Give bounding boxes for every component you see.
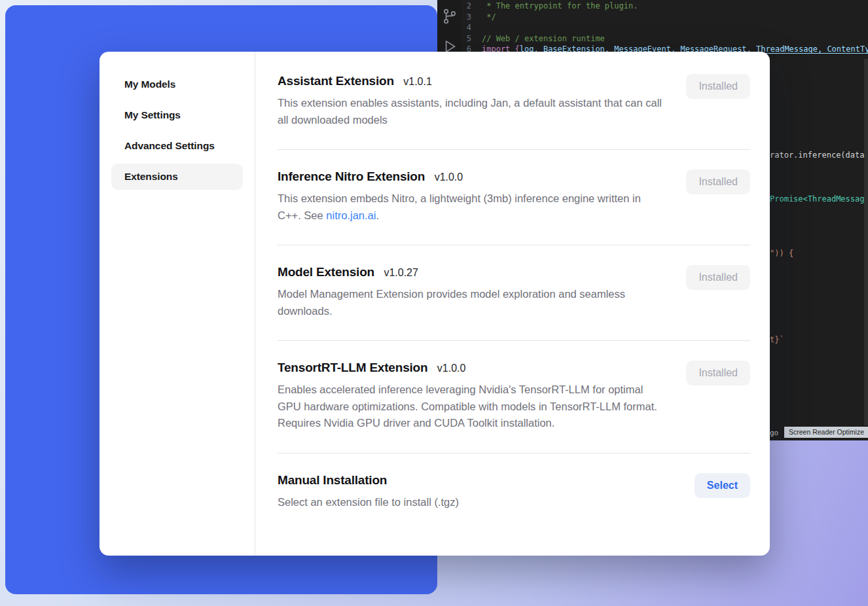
line-number: 4	[462, 22, 482, 33]
editor-scrollbar[interactable]	[864, 59, 868, 425]
code-fragment: t}`	[770, 334, 784, 345]
extension-version: v1.0.27	[384, 267, 418, 278]
extension-version: v1.0.1	[403, 76, 432, 87]
extension-version: v1.0.0	[435, 171, 463, 183]
extension-description: This extension enables assistants, inclu…	[278, 95, 664, 128]
extension-row-tensorrt: TensortRT-LLM Extension v1.0.0 Enables a…	[278, 341, 750, 454]
extension-name: Assistant Extension	[278, 74, 394, 88]
nitro-jan-ai-link[interactable]: nitro.jan.ai	[326, 209, 376, 221]
select-file-button[interactable]: Select	[695, 473, 750, 498]
manual-installation-description: Select an extension file to install (.tg…	[278, 494, 459, 511]
sidebar-item-extensions[interactable]: Extensions	[111, 164, 243, 190]
extension-row-nitro: Inference Nitro Extension v1.0.0 This ex…	[278, 150, 750, 245]
extension-description: Model Management Extension provides mode…	[278, 286, 664, 319]
sidebar-item-my-models[interactable]: My Models	[111, 71, 243, 98]
extension-name: Model Extension	[278, 265, 374, 279]
extension-title-line: TensortRT-LLM Extension v1.0.0	[278, 361, 664, 375]
code-line: 3 */	[462, 12, 868, 23]
code-fragment: rator.inference(data));	[770, 150, 868, 160]
manual-installation-title: Manual Installation	[278, 473, 387, 487]
extension-title-line: Assistant Extension v1.0.1	[278, 74, 664, 88]
extension-description: This extension embeds Nitro, a lightweig…	[278, 190, 664, 224]
extension-row-assistant: Assistant Extension v1.0.1 This extensio…	[278, 54, 750, 150]
screen-reader-status-badge[interactable]: Screen Reader Optimize	[784, 427, 868, 438]
line-number: 3	[462, 12, 482, 23]
line-number: 2	[462, 1, 482, 12]
sidebar-item-advanced-settings[interactable]: Advanced Settings	[111, 133, 243, 159]
settings-sidebar: My Models My Settings Advanced Settings …	[99, 52, 255, 556]
code-line: 5 // Web / extension runtime	[462, 33, 868, 45]
extension-version: v1.0.0	[437, 363, 466, 374]
sidebar-item-my-settings[interactable]: My Settings	[111, 102, 243, 128]
installed-button[interactable]: Installed	[686, 74, 750, 99]
code-fragment: ")) {	[770, 248, 793, 258]
settings-modal: My Models My Settings Advanced Settings …	[99, 52, 770, 556]
extension-row-model: Model Extension v1.0.27 Model Management…	[278, 245, 750, 341]
extension-name: Inference Nitro Extension	[278, 169, 425, 183]
desktop-background: 2 * The entrypoint for the plugin. 3 */ …	[0, 0, 868, 606]
extension-title-line: Inference Nitro Extension v1.0.0	[278, 169, 664, 184]
git-branch-icon[interactable]	[441, 8, 458, 25]
installed-button[interactable]: Installed	[686, 265, 750, 290]
extension-description: Enables accelerated inference leveraging…	[278, 382, 664, 432]
code-line: 4	[462, 22, 868, 33]
line-number: 5	[462, 33, 482, 45]
extension-title-line: Model Extension v1.0.27	[278, 265, 664, 279]
code-lines: 2 * The entrypoint for the plugin. 3 */ …	[462, 1, 868, 55]
statusbar-text: go	[770, 429, 778, 437]
manual-installation-row: Manual Installation Select an extension …	[278, 454, 750, 532]
code-fragment: Promise<ThreadMessage>	[770, 194, 868, 204]
code-line: 2 * The entrypoint for the plugin.	[462, 1, 868, 12]
extension-name: TensortRT-LLM Extension	[278, 361, 427, 374]
installed-button[interactable]: Installed	[686, 361, 750, 385]
installed-button[interactable]: Installed	[686, 169, 750, 194]
extensions-panel: Assistant Extension v1.0.1 This extensio…	[255, 52, 770, 556]
extension-title-line: Manual Installation	[278, 473, 459, 488]
